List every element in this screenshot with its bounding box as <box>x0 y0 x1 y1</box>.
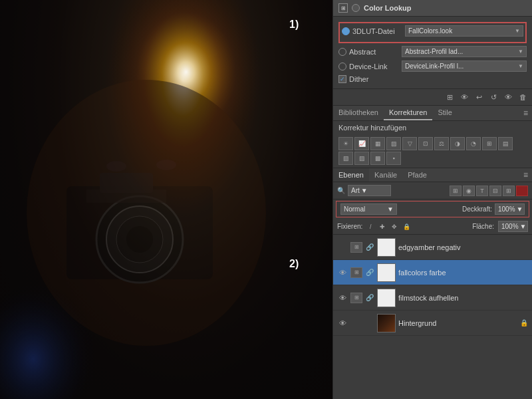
tab-bibliotheken[interactable]: Bibliotheken <box>333 106 384 120</box>
corr-icon-gradient[interactable]: ▽ <box>402 137 417 150</box>
blend-mode-row: Normal ▼ Deckkraft: 100% ▼ <box>336 201 529 217</box>
layer-type-l2: ⊞ <box>350 267 362 278</box>
toolbar-trash-icon[interactable]: 🗑 <box>517 91 529 103</box>
dropdown-3dlut-arrow: ▼ <box>515 28 520 34</box>
layer-item[interactable]: 👁 ⊞ 🔗 filmstock aufhellen <box>333 285 532 311</box>
dropdown-devicelink-value: DeviceLink-Profil l... <box>405 63 464 70</box>
fix-icon-pen[interactable]: / <box>365 222 376 231</box>
layer-name-l2: fallcolors farbe <box>398 269 528 277</box>
layer-type-l3: ⊞ <box>350 293 362 303</box>
corr-icon-posterize[interactable]: ▨ <box>354 152 369 165</box>
radio-3dlut[interactable] <box>342 27 350 35</box>
layer-item[interactable]: 👁 ⊞ 🔗 Hintergrund 🔒 <box>333 311 532 336</box>
layer-filter-controls: 🔍 Art ▼ ⊞ ◉ T ⊟ ⊞ <box>333 182 532 200</box>
fläche-value-text: 100% <box>501 223 519 230</box>
layer-name-l1: edgyamber negativ <box>398 243 528 251</box>
opacity-value[interactable]: 100% ▼ <box>495 203 525 215</box>
layer-thumb-l4 <box>377 314 396 332</box>
toolbar-undo-icon[interactable]: ↩ <box>473 91 485 103</box>
tab-korrekturen[interactable]: Korrekturen <box>384 106 432 120</box>
corr-icon-selectivecolor[interactable]: ▪ <box>386 152 401 165</box>
panel-menu-button[interactable]: ≡ <box>519 108 532 118</box>
radio-devicelink[interactable] <box>338 63 346 70</box>
corr-icon-threshold[interactable]: ▩ <box>370 152 385 165</box>
dropdown-abstract-value: Abstract-Profil lad... <box>405 48 463 55</box>
toolbar-grid-icon[interactable]: ⊞ <box>444 91 456 103</box>
opacity-value-text: 100% <box>498 205 515 213</box>
layer-ctrl-red[interactable] <box>516 186 528 196</box>
dither-checkbox[interactable]: ✓ <box>338 75 346 83</box>
tab-kanale[interactable]: Kanäle <box>369 168 402 182</box>
corr-icon-exposure[interactable]: ▨ <box>386 137 401 150</box>
fix-icons-group: / ✚ ✥ 🔒 <box>365 222 412 231</box>
blend-mode-value: Normal <box>344 205 365 213</box>
layer-item[interactable]: 👁 ⊞ 🔗 fallcolors farbe <box>333 260 532 285</box>
corr-icon-curves[interactable]: 📈 <box>354 137 369 150</box>
layer-chain-l2: 🔗 <box>365 268 374 277</box>
fix-label: Fixieren: <box>337 223 362 230</box>
layer-filter-dropdown[interactable]: Art ▼ <box>348 185 391 196</box>
layer-eye-l2[interactable]: 👁 <box>337 267 348 278</box>
corr-icon-hue[interactable]: ◑ <box>450 137 465 150</box>
layer-ctrl-grid[interactable]: ⊞ <box>450 186 462 196</box>
fläche-arrow: ▼ <box>520 223 527 230</box>
layer-name-l3: filmstock aufhellen <box>398 294 528 302</box>
dropdown-3dlut[interactable]: FallColors.look ▼ <box>405 25 523 37</box>
layer-ctrl-minus[interactable]: ⊟ <box>489 186 501 196</box>
lut-abstract-row[interactable]: Abstract Abstract-Profil lad... ▼ <box>338 46 527 57</box>
corr-icon-saturation[interactable]: ◔ <box>466 137 481 150</box>
corr-icon-balance[interactable]: ⚖ <box>434 137 449 150</box>
corr-icon-levels[interactable]: ▦ <box>370 137 385 150</box>
label-devicelink: Device-Link <box>349 63 399 70</box>
layer-thumb-l3 <box>377 289 396 307</box>
label-2: 2) <box>289 258 299 270</box>
layer-ctrl-grid2[interactable]: ⊞ <box>503 186 515 196</box>
corr-icon-invert[interactable]: ▧ <box>338 152 353 165</box>
tab-pfade[interactable]: Pfade <box>402 168 432 182</box>
filter-dropdown-value: Art <box>351 187 360 194</box>
layer-eye-l3[interactable]: 👁 <box>337 293 348 303</box>
corr-icon-channel[interactable]: ▤ <box>498 137 513 150</box>
photo-area: 1) 2) <box>0 0 332 399</box>
corr-icon-vibrance[interactable]: ⊡ <box>418 137 433 150</box>
opacity-arrow: ▼ <box>517 205 523 213</box>
fläche-value[interactable]: 100% ▼ <box>498 221 528 232</box>
fix-icon-plus[interactable]: ✚ <box>377 222 388 231</box>
corr-icon-photo[interactable]: ⊞ <box>482 137 497 150</box>
color-lookup-title: Color Lookup <box>364 4 412 12</box>
layer-ctrl-text[interactable]: T <box>476 186 488 196</box>
corr-icon-brightness[interactable]: ☀ <box>338 137 353 150</box>
dropdown-devicelink-arrow: ▼ <box>518 63 523 69</box>
toolbar-reset-icon[interactable]: ↺ <box>487 91 499 103</box>
filter-search-icon: 🔍 <box>337 187 345 194</box>
correction-icons-grid: ☀ 📈 ▦ ▨ ▽ ⊡ ⚖ ◑ ◔ ⊞ ▤ ▧ ▨ ▩ ▪ <box>333 134 532 168</box>
toolbar-visibility-icon[interactable]: 👁 <box>502 91 514 103</box>
lut-3dlut-row[interactable]: 3DLUT-Datei FallColors.look ▼ <box>342 25 523 37</box>
filter-dropdown-arrow: ▼ <box>361 187 368 194</box>
tab-stile[interactable]: Stile <box>432 106 457 120</box>
fill-row: Fixieren: / ✚ ✥ 🔒 Fläche: 100% ▼ <box>333 219 532 235</box>
fläche-label: Fläche: <box>472 223 494 230</box>
layer-ctrl-circle[interactable]: ◉ <box>463 186 475 196</box>
fix-icon-lock[interactable]: 🔒 <box>401 222 412 231</box>
layer-item[interactable]: 👁 ⊞ 🔗 edgyamber negativ <box>333 235 532 260</box>
blend-mode-dropdown[interactable]: Normal ▼ <box>340 203 397 215</box>
blend-mode-arrow: ▼ <box>387 205 394 213</box>
layer-eye-l4[interactable]: 👁 <box>337 318 348 329</box>
dither-row[interactable]: ✓ Dither <box>338 75 527 83</box>
fix-icon-move[interactable]: ✥ <box>389 222 400 231</box>
lut-devicelink-row[interactable]: Device-Link DeviceLink-Profil l... ▼ <box>338 61 527 72</box>
dropdown-devicelink[interactable]: DeviceLink-Profil l... ▼ <box>402 61 527 72</box>
dropdown-abstract[interactable]: Abstract-Profil lad... ▼ <box>402 46 527 57</box>
layer-list: 👁 ⊞ 🔗 edgyamber negativ 👁 ⊞ 🔗 fallcolors… <box>333 235 532 399</box>
toolbar-eye-icon[interactable]: 👁 <box>458 91 470 103</box>
dither-label: Dither <box>349 75 368 83</box>
layer-tabs: Ebenen Kanäle Pfade ≡ <box>333 168 532 182</box>
radio-abstract[interactable] <box>338 48 346 56</box>
layers-panel-menu-button[interactable]: ≡ <box>519 170 532 180</box>
opacity-label: Deckkraft: <box>462 205 492 213</box>
color-lookup-circle-icon <box>352 4 360 12</box>
layer-thumb-l2 <box>377 263 396 282</box>
tab-ebenen[interactable]: Ebenen <box>333 168 369 182</box>
layer-control-icons: ⊞ ◉ T ⊟ ⊞ <box>450 186 528 196</box>
